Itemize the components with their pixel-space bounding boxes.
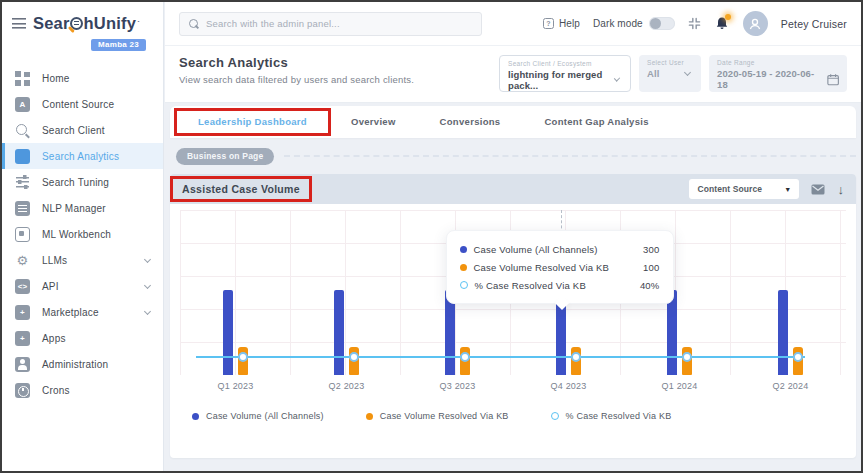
date-range-filter-label: Date Range — [717, 59, 839, 66]
sidebar-item-label: Marketplace — [42, 307, 99, 318]
legend-item-case-resolved-via-kb: % Case Resolved Via KB — [551, 411, 672, 421]
marker-case-resolved-via-kb-q4-2023[interactable] — [571, 352, 581, 362]
sidebar-item-apps[interactable]: +Apps — [2, 325, 163, 351]
sidebar-item-administration[interactable]: Administration — [2, 351, 163, 377]
x-axis-label: Q2 2024 — [756, 381, 826, 391]
tab-content-gap-analysis[interactable]: Content Gap Analysis — [522, 106, 670, 138]
notifications-bell-icon[interactable] — [714, 16, 730, 32]
series-dot-icon — [460, 246, 467, 253]
search-client-filter-label: Search Client / Ecosystem — [508, 60, 622, 67]
sidebar-item-label: Apps — [42, 333, 66, 344]
search-client-filter[interactable]: Search Client / Ecosystem lightning for … — [499, 55, 631, 92]
admin-search-input[interactable] — [206, 18, 473, 29]
sidebar-item-llms[interactable]: ⚙LLMs — [2, 247, 163, 273]
sidebar-item-label: Home — [42, 73, 69, 84]
tooltip-value: 100 — [643, 262, 659, 273]
filters: Search Client / Ecosystem lightning for … — [499, 55, 847, 92]
content-source-dropdown-value: Content Source — [697, 184, 762, 194]
sidebar-item-search-analytics[interactable]: Search Analytics — [2, 143, 163, 169]
user-name: Petey Cruiser — [781, 18, 847, 30]
legend-label: Case Volume Resolved Via KB — [380, 411, 509, 421]
sidebar-item-content-source[interactable]: AContent Source — [2, 91, 163, 117]
marker-case-resolved-via-kb-q3-2023[interactable] — [460, 352, 470, 362]
widget-controls: Content Source ▼ ↓ — [689, 179, 844, 199]
series-dot-icon — [460, 264, 467, 271]
tooltip-row: Case Volume Resolved Via KB100 — [460, 258, 660, 276]
chart-tooltip: Case Volume (All Channels)300Case Volume… — [446, 230, 674, 304]
marker-case-resolved-via-kb-q1-2024[interactable] — [682, 352, 692, 362]
administration-icon — [15, 357, 30, 372]
bar-case-volume-all-channels-q2-2024[interactable] — [778, 290, 788, 375]
sidebar-item-marketplace[interactable]: +Marketplace — [2, 299, 163, 325]
tooltip-row: Case Volume (All Channels)300 — [460, 240, 660, 258]
marker-case-resolved-via-kb-q1-2023[interactable] — [238, 352, 248, 362]
page-subtitle: View search data filtered by users and s… — [179, 74, 414, 85]
sidebar-item-label: LLMs — [42, 255, 67, 266]
marker-case-resolved-via-kb-q2-2023[interactable] — [349, 352, 359, 362]
content-source-icon: A — [15, 97, 30, 112]
legend-dot-icon — [551, 412, 559, 420]
sidebar-item-search-tuning[interactable]: Search Tuning — [2, 169, 163, 195]
page-header: Search Analytics View search data filter… — [165, 46, 861, 103]
search-client-icon — [15, 123, 30, 138]
date-range-filter-value: 2020-05-19 - 2020-06-18 — [717, 68, 819, 90]
bar-case-volume-all-channels-q1-2023[interactable] — [223, 290, 233, 375]
topbar-right: ? Help Dark mode Petey Cruiser — [543, 11, 847, 36]
help-label: Help — [559, 18, 580, 29]
admin-search[interactable] — [179, 12, 482, 36]
sidebar-item-nlp-manager[interactable]: NLP Manager — [2, 195, 163, 221]
dark-mode-toggle[interactable] — [649, 17, 675, 30]
crons-icon — [15, 383, 30, 398]
magnifier-logo-icon — [70, 17, 83, 30]
chevron-down-icon — [144, 307, 151, 314]
version-badge: Mamba 23 — [91, 39, 146, 51]
select-user-filter-label: Select User — [647, 59, 693, 66]
date-range-filter[interactable]: Date Range 2020-05-19 - 2020-06-18 — [709, 55, 847, 92]
sidebar-item-label: Search Analytics — [42, 151, 119, 162]
chart-legend: Case Volume (All Channels)Case Volume Re… — [180, 411, 846, 421]
sidebar-item-api[interactable]: <>API — [2, 273, 163, 299]
sidebar-item-label: Search Tuning — [42, 177, 109, 188]
x-axis-label: Q3 2023 — [423, 381, 493, 391]
select-user-filter[interactable]: Select User All — [639, 55, 701, 92]
help-button[interactable]: ? Help — [543, 18, 580, 29]
tooltip-label: % Case Resolved Via KB — [475, 280, 586, 291]
legend-dot-icon — [192, 413, 199, 420]
tab-overview[interactable]: Overview — [329, 106, 418, 138]
sidebar-item-label: API — [42, 281, 59, 292]
main-area: ? Help Dark mode Petey Cruiser — [165, 2, 861, 471]
brand-area: SearhUnify´ Mamba 23 — [2, 2, 163, 55]
search-icon — [188, 18, 199, 29]
bar-case-volume-all-channels-q2-2023[interactable] — [334, 290, 344, 375]
select-user-filter-value: All — [647, 68, 659, 79]
sidebar-item-crons[interactable]: Crons — [2, 377, 163, 403]
download-icon[interactable]: ↓ — [837, 183, 844, 196]
sidebar-item-ml-workbench[interactable]: ML Workbench — [2, 221, 163, 247]
x-axis-label: Q1 2023 — [201, 381, 271, 391]
home-icon — [15, 71, 30, 86]
tab-leadership-dashboard[interactable]: Leadership Dashboard — [176, 106, 329, 138]
dark-mode-label: Dark mode — [593, 18, 643, 29]
user-avatar[interactable] — [743, 11, 768, 36]
tab-conversions[interactable]: Conversions — [418, 106, 523, 138]
sidebar-item-search-client[interactable]: Search Client — [2, 117, 163, 143]
dark-mode-control: Dark mode — [593, 17, 675, 30]
sidebar-item-home[interactable]: Home — [2, 65, 163, 91]
content-source-dropdown[interactable]: Content Source ▼ — [689, 179, 799, 199]
tooltip-label: Case Volume (All Channels) — [474, 244, 598, 255]
x-axis-label: Q1 2024 — [645, 381, 715, 391]
section-pill-row: Business on Page — [165, 138, 861, 174]
dashed-divider — [284, 155, 856, 157]
marketplace-icon: + — [15, 305, 30, 320]
tooltip-row: % Case Resolved Via KB40% — [460, 276, 660, 294]
hamburger-menu-icon[interactable] — [12, 18, 26, 29]
email-report-icon[interactable] — [811, 184, 825, 195]
legend-label: % Case Resolved Via KB — [566, 411, 672, 421]
marker-case-resolved-via-kb-q2-2024[interactable] — [793, 352, 803, 362]
tooltip-value: 300 — [643, 244, 659, 255]
search-client-filter-value: lightning for merged pack... — [508, 69, 607, 91]
help-icon: ? — [543, 18, 554, 29]
fullscreen-icon[interactable] — [688, 17, 701, 30]
trademark-mark: ´ — [137, 20, 140, 27]
llms-icon: ⚙ — [15, 253, 30, 268]
